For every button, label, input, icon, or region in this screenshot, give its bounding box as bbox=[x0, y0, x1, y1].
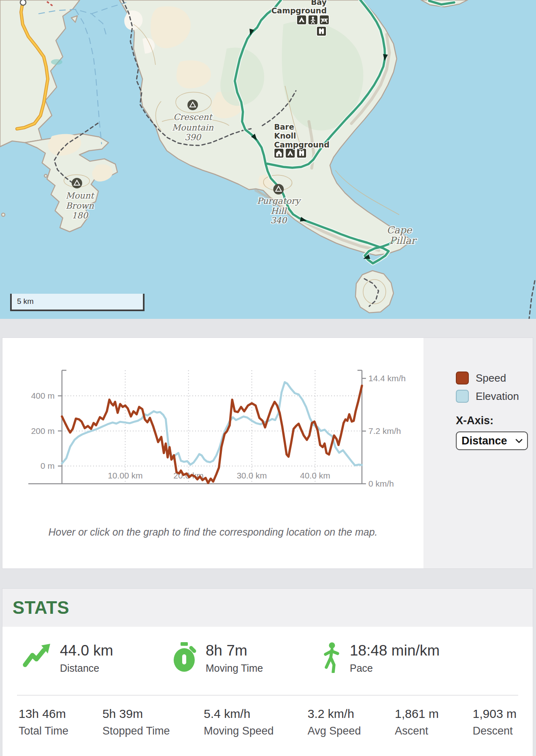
map-canvas[interactable]: Bay Campground Bare Knoll Campground Cre… bbox=[0, 0, 536, 319]
svg-text:0 km/h: 0 km/h bbox=[368, 479, 394, 488]
x-axis-selected-value: Distance bbox=[462, 435, 507, 447]
picnic-table-icon bbox=[319, 15, 329, 25]
stat-moving-time: 8h 7m Moving Time bbox=[172, 642, 263, 674]
stopwatch-icon bbox=[172, 642, 197, 672]
road-junction-icon bbox=[20, 0, 26, 5]
binoculars-icon bbox=[297, 148, 306, 158]
legend-item-elevation: Elevation bbox=[456, 390, 519, 403]
tent-icon bbox=[297, 15, 306, 25]
svg-text:14.4 km/h: 14.4 km/h bbox=[368, 374, 406, 383]
stat-pace: 18:48 min/km Pace bbox=[321, 642, 440, 674]
map-svg: Bay Campground Bare Knoll Campground Cre… bbox=[0, 0, 536, 319]
walker-icon bbox=[321, 642, 341, 673]
label-cape-pillar: Cape bbox=[387, 224, 413, 236]
stat-descent: 1,903 m Descent bbox=[473, 707, 517, 737]
hut-icon bbox=[274, 148, 284, 158]
stat-pace-value: 18:48 min/km bbox=[350, 642, 440, 659]
legend-label-speed: Speed bbox=[476, 372, 506, 384]
stat-moving-speed: 5.4 km/h Moving Speed bbox=[204, 707, 274, 737]
elevation-speed-panel: 0 m200 m400 m0 km/h7.2 km/h14.4 km/h10.0… bbox=[2, 337, 533, 569]
legend-item-speed: Speed bbox=[456, 372, 506, 384]
label-bay: Bay bbox=[311, 0, 327, 6]
svg-text:340: 340 bbox=[270, 216, 287, 225]
secondary-stats-row: 13h 46m Total Time 5h 39m Stopped Time 5… bbox=[2, 696, 533, 737]
svg-text:400 m: 400 m bbox=[31, 391, 55, 400]
stat-ascent: 1,861 m Ascent bbox=[395, 707, 438, 737]
svg-text:390: 390 bbox=[185, 132, 202, 142]
stats-body: 44.0 km Distance 8h 7m Moving Time bbox=[2, 627, 533, 737]
tent-icon bbox=[285, 148, 295, 158]
svg-text:Campground: Campground bbox=[271, 6, 327, 15]
svg-text:40.0 km: 40.0 km bbox=[300, 471, 330, 480]
x-axis-label: X-Axis: bbox=[456, 414, 493, 427]
x-axis-select[interactable]: Distance bbox=[456, 431, 528, 450]
binoculars-icon bbox=[317, 26, 326, 36]
stat-moving-time-value: 8h 7m bbox=[206, 642, 263, 659]
stats-title: STATS bbox=[13, 598, 69, 618]
svg-text:Mountain: Mountain bbox=[172, 123, 214, 132]
label-mount-brown: Mount bbox=[66, 191, 95, 201]
svg-text:0 m: 0 m bbox=[40, 461, 55, 470]
svg-text:Hill: Hill bbox=[271, 206, 287, 216]
svg-text:7.2 km/h: 7.2 km/h bbox=[368, 426, 401, 436]
label-crescent-mountain: Crescent bbox=[173, 112, 213, 122]
stat-distance-label: Distance bbox=[60, 662, 113, 674]
svg-text:Brown: Brown bbox=[66, 201, 94, 211]
svg-text:200 m: 200 m bbox=[31, 426, 55, 436]
map-scale-label: 5 km bbox=[17, 297, 34, 305]
speed-swatch-icon bbox=[456, 372, 469, 384]
series-elevation bbox=[62, 382, 362, 465]
stats-header: STATS bbox=[2, 589, 533, 627]
peak-icon-crescent bbox=[187, 100, 198, 110]
svg-text:Campground: Campground bbox=[274, 140, 330, 149]
series-speed bbox=[62, 386, 362, 483]
stat-stopped-time: 5h 39m Stopped Time bbox=[102, 707, 170, 737]
svg-text:10.00 km: 10.00 km bbox=[108, 471, 143, 480]
primary-stats-row: 44.0 km Distance 8h 7m Moving Time bbox=[2, 627, 533, 695]
rock-islet-2 bbox=[2, 213, 5, 216]
stat-moving-time-label: Moving Time bbox=[206, 662, 263, 674]
trend-up-icon bbox=[23, 642, 51, 669]
stat-distance: 44.0 km Distance bbox=[23, 642, 113, 674]
stat-total-time: 13h 46m Total Time bbox=[19, 707, 68, 737]
svg-text:180: 180 bbox=[72, 211, 89, 220]
stat-distance-value: 44.0 km bbox=[60, 642, 113, 659]
svg-text:Knoll: Knoll bbox=[274, 131, 296, 140]
svg-text:Pillar: Pillar bbox=[389, 235, 417, 246]
elevation-swatch-icon bbox=[456, 390, 469, 403]
svg-text:30.0 km: 30.0 km bbox=[237, 471, 267, 480]
label-purgatory-hill: Purgatory bbox=[257, 196, 302, 206]
peak-icon-purgatory bbox=[273, 184, 284, 194]
rock-islet bbox=[45, 175, 47, 177]
stat-pace-label: Pace bbox=[350, 662, 440, 674]
hiker-icon bbox=[308, 15, 318, 25]
map-scale-bar: 5 km bbox=[10, 294, 145, 311]
stats-panel: STATS 44.0 km Distance bbox=[2, 588, 533, 756]
peak-icon-mount-brown bbox=[72, 178, 82, 188]
label-bare-knoll: Bare bbox=[274, 122, 294, 131]
legend-label-elevation: Elevation bbox=[476, 390, 519, 403]
chevron-down-icon bbox=[515, 438, 523, 444]
chart-legend-panel: Speed Elevation X-Axis: Distance bbox=[423, 338, 533, 568]
stat-avg-speed: 3.2 km/h Avg Speed bbox=[308, 707, 361, 737]
chart-hint-text: Hover or click on the graph to find the … bbox=[27, 524, 399, 540]
